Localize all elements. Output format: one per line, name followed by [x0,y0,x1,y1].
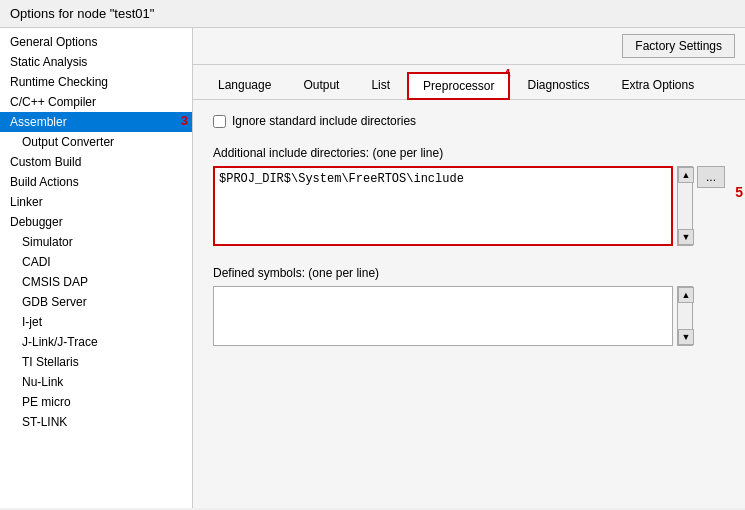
additional-dirs-container: ▲ ▼ ... 5 [213,166,725,246]
ignore-dirs-checkbox[interactable] [213,115,226,128]
sidebar-item-c-c---compiler[interactable]: C/C++ Compiler [0,92,192,112]
top-bar: Factory Settings [193,28,745,65]
scroll-track [678,183,692,229]
sidebar-item-st-link[interactable]: ST-LINK [0,412,192,432]
factory-settings-button[interactable]: Factory Settings [622,34,735,58]
sidebar-item-runtime-checking[interactable]: Runtime Checking [0,72,192,92]
tab-language[interactable]: Language [203,72,286,98]
defined-symbols-container: ▲ ▼ [213,286,725,346]
additional-dirs-scrollbar: ▲ ▼ [677,166,693,246]
sidebar-item-cmsis-dap[interactable]: CMSIS DAP [0,272,192,292]
sidebar-item-gdb-server[interactable]: GDB Server [0,292,192,312]
sidebar-item-j-link-j-trace[interactable]: J-Link/J-Trace [0,332,192,352]
tab-diagnostics[interactable]: Diagnostics [512,72,604,98]
def-scroll-track [678,303,692,329]
def-scroll-up-btn[interactable]: ▲ [678,287,694,303]
sidebar: General OptionsStatic AnalysisRuntime Ch… [0,28,193,508]
browse-button[interactable]: ... [697,166,725,188]
additional-dirs-label: Additional include directories: (one per… [213,146,725,160]
defined-symbols-textarea[interactable] [213,286,673,346]
tab-preprocessor[interactable]: Preprocessor [407,72,510,100]
sidebar-item-nu-link[interactable]: Nu-Link [0,372,192,392]
ignore-dirs-label: Ignore standard include directories [232,114,416,128]
sidebar-item-custom-build[interactable]: Custom Build [0,152,192,172]
additional-dirs-textarea[interactable] [213,166,673,246]
sidebar-item-i-jet[interactable]: I-jet [0,312,192,332]
def-scroll-down-btn[interactable]: ▼ [678,329,694,345]
defined-symbols-scrollbar: ▲ ▼ [677,286,693,346]
sidebar-item-linker[interactable]: Linker [0,192,192,212]
ignore-dirs-row: Ignore standard include directories [213,114,725,128]
window-title: Options for node "test01" [10,6,154,21]
title-bar: Options for node "test01" [0,0,745,28]
tab-list[interactable]: List [356,72,405,98]
content-area: Factory Settings LanguageOutputList4Prep… [193,28,745,508]
number-5-label: 5 [735,184,743,200]
tabs-bar: LanguageOutputList4PreprocessorDiagnosti… [193,65,745,100]
scroll-down-btn[interactable]: ▼ [678,229,694,245]
assembler-number-badge: 3 [181,113,188,128]
sidebar-item-simulator[interactable]: Simulator [0,232,192,252]
panel: Ignore standard include directories Addi… [193,100,745,508]
defined-symbols-label: Defined symbols: (one per line) [213,266,725,280]
sidebar-item-general-options[interactable]: General Options [0,32,192,52]
sidebar-item-cadi[interactable]: CADI [0,252,192,272]
sidebar-item-pe-micro[interactable]: PE micro [0,392,192,412]
tab-output[interactable]: Output [288,72,354,98]
tab-extra-options[interactable]: Extra Options [607,72,710,98]
main-container: General OptionsStatic AnalysisRuntime Ch… [0,28,745,508]
sidebar-item-output-converter[interactable]: Output Converter [0,132,192,152]
sidebar-item-assembler[interactable]: Assembler3 [0,112,192,132]
sidebar-item-ti-stellaris[interactable]: TI Stellaris [0,352,192,372]
sidebar-item-debugger[interactable]: Debugger [0,212,192,232]
scroll-up-btn[interactable]: ▲ [678,167,694,183]
sidebar-item-static-analysis[interactable]: Static Analysis [0,52,192,72]
sidebar-item-build-actions[interactable]: Build Actions [0,172,192,192]
